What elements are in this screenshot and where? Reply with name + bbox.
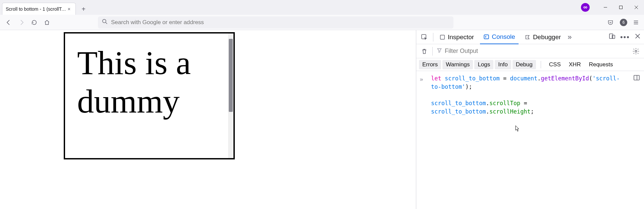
close-tab-icon[interactable]: ×: [66, 6, 72, 12]
tabs-overflow-icon[interactable]: »: [568, 33, 572, 42]
tab-debugger-label: Debugger: [533, 33, 561, 41]
extension-badge-icon[interactable]: ∞: [581, 3, 590, 12]
console-input-chevron-icon: »: [420, 75, 423, 84]
svg-rect-13: [612, 35, 615, 39]
scrollbox-text: This is a dummy: [65, 33, 228, 158]
cat-errors[interactable]: Errors: [419, 60, 441, 69]
devtools-tabbar: Inspector Console Debugger » •••: [416, 30, 644, 44]
devtools-right-controls: •••: [609, 33, 641, 42]
console-category-bar: Errors Warnings Logs Info Debug CSS XHR …: [416, 58, 644, 71]
tab-title: Scroll to bottom - 1 (scrollTop and: [6, 6, 66, 12]
cat-debug[interactable]: Debug: [513, 60, 536, 69]
console-settings-icon[interactable]: [632, 47, 640, 55]
close-window-button[interactable]: [629, 2, 644, 12]
tab-strip: Scroll to bottom - 1 (scrollTop and × + …: [0, 0, 644, 15]
maximize-button[interactable]: [613, 2, 629, 12]
cat-css[interactable]: CSS: [546, 60, 564, 69]
address-bar[interactable]: [98, 16, 453, 28]
app-menu-button[interactable]: [631, 18, 641, 27]
console-code[interactable]: let scroll_to_bottom = document.getEleme…: [431, 74, 626, 116]
filter-output-input[interactable]: [445, 48, 628, 55]
navigation-toolbar: 6: [0, 15, 644, 30]
toolbar-right: 6: [605, 17, 641, 28]
devtools-panel: Inspector Console Debugger » •••: [416, 30, 644, 209]
svg-rect-10: [440, 35, 445, 39]
devtools-meatball-icon[interactable]: •••: [620, 33, 630, 42]
svg-point-4: [103, 19, 106, 22]
browser-tab[interactable]: Scroll to bottom - 1 (scrollTop and ×: [2, 3, 76, 15]
tab-inspector[interactable]: Inspector: [436, 30, 477, 44]
svg-point-16: [635, 50, 637, 52]
clear-console-icon[interactable]: [420, 47, 428, 55]
element-picker-icon[interactable]: [420, 32, 429, 42]
devtools-close-icon[interactable]: [635, 33, 641, 41]
window-controls: ∞: [581, 0, 644, 15]
scrollbar-thumb[interactable]: [229, 39, 233, 112]
svg-rect-17: [634, 75, 639, 80]
svg-line-5: [106, 22, 107, 24]
editor-mode-toggle-icon[interactable]: [633, 74, 640, 83]
cat-warnings[interactable]: Warnings: [442, 60, 473, 69]
console-output[interactable]: » let scroll_to_bottom = document.getEle…: [416, 71, 644, 209]
notification-badge[interactable]: 6: [620, 19, 627, 26]
funnel-icon: [437, 48, 442, 55]
page-content: This is a dummy: [0, 30, 416, 209]
tab-debugger[interactable]: Debugger: [521, 30, 564, 44]
address-input[interactable]: [111, 19, 449, 26]
tab-console[interactable]: Console: [480, 30, 519, 44]
back-button[interactable]: [3, 17, 14, 28]
tab-console-label: Console: [492, 33, 515, 41]
cat-requests[interactable]: Requests: [586, 60, 616, 69]
cat-xhr[interactable]: XHR: [566, 60, 584, 69]
filter-output-field[interactable]: [437, 48, 628, 55]
cat-logs[interactable]: Logs: [474, 60, 493, 69]
scroll-to-bottom-box[interactable]: This is a dummy: [64, 32, 235, 159]
search-icon: [102, 19, 108, 26]
console-filter-bar: [416, 44, 644, 58]
scrollbar-track[interactable]: [228, 33, 233, 158]
svg-rect-1: [620, 6, 623, 9]
responsive-design-icon[interactable]: [609, 33, 615, 41]
home-button[interactable]: [42, 17, 52, 28]
main-area: This is a dummy Inspector Console Debugg: [0, 30, 644, 209]
tab-inspector-label: Inspector: [448, 33, 474, 41]
new-tab-button[interactable]: +: [78, 3, 89, 15]
pocket-icon[interactable]: [605, 17, 616, 28]
cat-separator: [541, 61, 541, 68]
cat-info[interactable]: Info: [495, 60, 511, 69]
minimize-button[interactable]: [598, 2, 613, 12]
forward-button[interactable]: [16, 17, 27, 28]
reload-button[interactable]: [29, 17, 40, 28]
